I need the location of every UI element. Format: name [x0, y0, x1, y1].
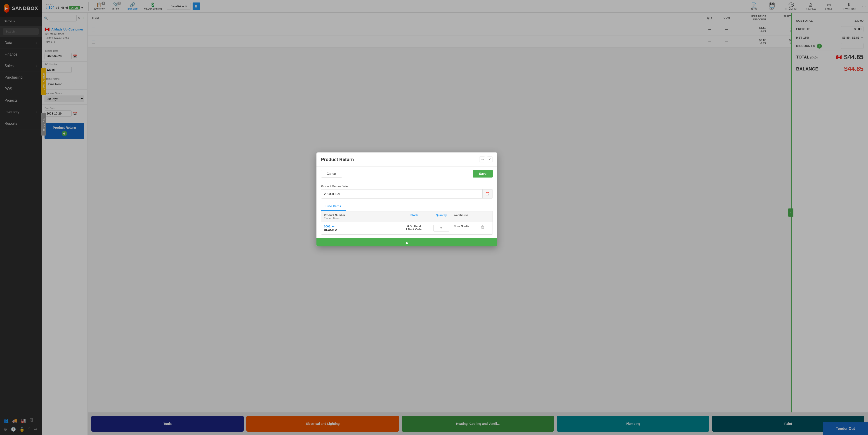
- modal-expand-bar[interactable]: ▲: [316, 238, 497, 246]
- stock-on-hand-val: 0: [407, 225, 409, 228]
- modal-title: Product Return: [321, 157, 354, 162]
- product-name-header: Product Name: [324, 217, 399, 220]
- modal-body: Product Return Date 📅 Line Items Product…: [316, 181, 497, 238]
- modal-maximize-button[interactable]: ▭: [479, 157, 485, 162]
- tab-line-items[interactable]: Line Items: [321, 202, 346, 211]
- edit-product-icon[interactable]: ✏: [332, 225, 334, 228]
- expand-up-icon: ▲: [405, 240, 409, 245]
- modal-close-button[interactable]: ✕: [487, 157, 493, 162]
- return-date-input-wrapper: 📅: [321, 189, 493, 199]
- line-items-tab-bar: Line Items: [321, 202, 493, 211]
- quantity-input[interactable]: [433, 225, 449, 232]
- save-button[interactable]: Save: [473, 170, 493, 177]
- stock-back-order-val: 2: [406, 228, 407, 231]
- warehouse-header: Warehouse: [454, 214, 481, 220]
- product-number-header: Product Number: [324, 214, 399, 217]
- delete-line-item-button[interactable]: 🗑: [481, 225, 485, 229]
- modal-actions: Cancel Save: [316, 167, 497, 181]
- line-items-table: Product Number Product Name Stock Quanti…: [321, 211, 493, 235]
- product-return-modal: Product Return ▭ ✕ Cancel Save Product R…: [316, 153, 497, 246]
- product-name-val: BLOCK A: [324, 228, 399, 232]
- on-hand-label: On Hand: [410, 225, 421, 228]
- stock-cell: 0 On Hand 2 Back Order: [399, 225, 429, 231]
- warehouse-cell: Nova Scotia: [454, 225, 481, 228]
- product-number-link[interactable]: 0001: [324, 225, 331, 228]
- calendar-icon[interactable]: 📅: [483, 190, 493, 198]
- stock-header: Stock: [399, 214, 429, 220]
- return-date-field: Product Return Date 📅: [321, 185, 493, 199]
- cancel-button[interactable]: Cancel: [321, 170, 342, 177]
- quantity-header: Quantity: [429, 214, 454, 220]
- list-item: 0001 ✏ BLOCK A 0 On Hand 2 Back Order: [321, 222, 493, 234]
- return-date-label: Product Return Date: [321, 185, 493, 188]
- modal-controls: ▭ ✕: [479, 157, 493, 162]
- back-order-label: Back Order: [408, 228, 423, 231]
- modal-overlay: Product Return ▭ ✕ Cancel Save Product R…: [0, 0, 868, 435]
- delete-col-header: [481, 214, 490, 220]
- quantity-cell: [429, 225, 454, 232]
- return-date-input[interactable]: [321, 190, 483, 198]
- modal-header: Product Return ▭ ✕: [316, 153, 497, 167]
- line-items-header: Product Number Product Name Stock Quanti…: [321, 211, 493, 222]
